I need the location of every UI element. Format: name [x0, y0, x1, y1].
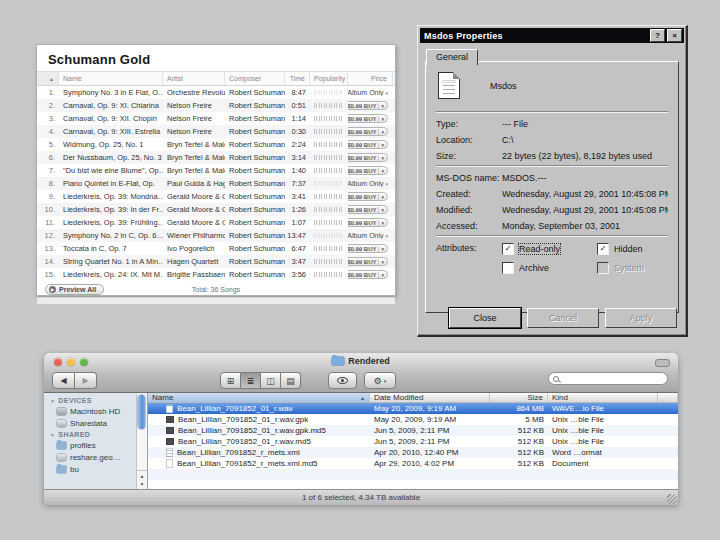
track-row[interactable]: 13.Toccata in C, Op. 7Ivo PogorelichRobe…: [37, 242, 395, 255]
sidebar-item-macintosh-hd[interactable]: Macintosh HD: [44, 405, 147, 417]
buy-button[interactable]: $0.99 BUY▾: [348, 270, 388, 279]
help-icon[interactable]: ?: [650, 29, 665, 42]
popularity-bar-icon: [314, 168, 342, 173]
sidebar-item-label: Sharedata: [70, 419, 132, 428]
file-row[interactable]: Bean_Lillian_7091852_01_r.wav.gpk.md5Jun…: [148, 425, 678, 436]
back-button[interactable]: ◀: [52, 372, 75, 389]
column-header-composer[interactable]: Composer: [225, 72, 285, 85]
buy-button[interactable]: $0.99 BUY▾: [348, 140, 388, 149]
track-price: Album Only ▾: [348, 180, 393, 187]
finder-titlebar[interactable]: Rendered ◀ ▶ ⊞ ≣ ◫ ▤ ⚙ ▾: [44, 353, 678, 393]
tab-general[interactable]: General: [426, 49, 478, 65]
attribute-checkbox-item[interactable]: Archive: [502, 262, 597, 274]
read-only-checkbox[interactable]: ✓: [502, 243, 514, 255]
column-header-time[interactable]: Time: [285, 72, 310, 85]
track-row[interactable]: 3.Carnaval, Op. 9: XII. ChopinNelson Fre…: [37, 112, 395, 125]
track-row[interactable]: 8.Piano Quintet in E-Flat, Op.Paul Gulda…: [37, 177, 395, 190]
scrollbar-thumb[interactable]: [138, 395, 145, 429]
sidebar-item-profiles[interactable]: profiles: [44, 439, 147, 451]
view-icons-button[interactable]: ⊞: [220, 372, 241, 389]
column-header-date-modified[interactable]: Date Modified: [370, 393, 490, 402]
buy-button[interactable]: $0.99 BUY▾: [348, 114, 388, 123]
track-row[interactable]: 1.Symphony No. 3 in E Flat, O…Orchestre …: [37, 86, 395, 99]
track-row[interactable]: 11.Liederkreis, Op. 39: Frühling…Gerald …: [37, 216, 395, 229]
view-columns-button[interactable]: ◫: [261, 372, 281, 389]
track-time: 7:37: [285, 179, 310, 188]
close-button[interactable]: Close: [449, 308, 521, 328]
itunes-footer: ▶ Preview All Total: 36 Songs: [37, 281, 395, 297]
track-popularity: [310, 90, 348, 95]
track-time: 13:47: [285, 231, 310, 240]
file-row[interactable]: Bean_Lillian_7091852_01_r.wavMay 20, 200…: [148, 403, 678, 414]
track-popularity: [310, 259, 348, 264]
attribute-checkbox-item[interactable]: ✓Read-only: [502, 243, 597, 255]
buy-button[interactable]: $0.99 BUY▾: [348, 153, 388, 162]
attribute-checkbox-item[interactable]: System: [597, 262, 668, 274]
file-name: Msdos: [490, 81, 517, 91]
file-name-text: Bean_Lillian_7091852_r_mets.xml: [177, 448, 300, 457]
sidebar-scrollbar[interactable]: ▲▼: [136, 393, 147, 489]
attribute-label: Read-only: [519, 244, 560, 254]
close-icon[interactable]: ×: [667, 29, 682, 42]
toolbar-toggle-button[interactable]: [655, 359, 670, 367]
file-row[interactable]: Bean_Lillian_7091852_01_r.wav.gpkMay 20,…: [148, 414, 678, 425]
track-time: 1:07: [285, 218, 310, 227]
file-row[interactable]: Bean_Lillian_7091852_r_mets.xmlApr 20, 2…: [148, 447, 678, 458]
action-button[interactable]: ⚙ ▾: [364, 372, 396, 389]
forward-button[interactable]: ▶: [75, 372, 97, 389]
track-row[interactable]: 14.String Quartet No. 1 in A Min…Hagen Q…: [37, 255, 395, 268]
column-header-size[interactable]: Size: [490, 393, 548, 402]
track-row[interactable]: 5.Widmung, Op. 25, No. 1Bryn Terfel & Ma…: [37, 138, 395, 151]
chevron-down-icon: ▾: [378, 142, 384, 148]
divider: [436, 235, 668, 237]
disclosure-triangle-icon[interactable]: ▼: [50, 432, 55, 438]
buy-button[interactable]: $0.99 BUY▾: [348, 244, 388, 253]
file-type-icon: [166, 438, 174, 445]
scrollbar-arrows[interactable]: ▲▼: [137, 470, 147, 489]
view-list-button[interactable]: ≣: [241, 372, 261, 389]
column-header-name[interactable]: Name▲: [148, 393, 370, 402]
file-name: Bean_Lillian_7091852_01_r.wav.md5: [148, 437, 370, 446]
file-row[interactable]: Bean_Lillian_7091852_r_mets.xml.md5Apr 2…: [148, 458, 678, 469]
track-row[interactable]: 10.Liederkreis, Op. 39: In der Fr…Gerald…: [37, 203, 395, 216]
buy-button[interactable]: $0.99 BUY▾: [348, 166, 388, 175]
quick-look-button[interactable]: [328, 372, 357, 389]
column-header-price[interactable]: Price: [348, 72, 393, 85]
buy-button[interactable]: $0.99 BUY▾: [348, 101, 388, 110]
column-header-name[interactable]: Name: [59, 72, 163, 85]
sidebar-item-bu[interactable]: bu: [44, 463, 147, 475]
attribute-checkbox-item[interactable]: ✓Hidden: [597, 243, 668, 255]
file-name: Bean_Lillian_7091852_r_mets.xml.md5: [148, 459, 370, 468]
sidebar-item-sharedata[interactable]: Sharedata: [44, 417, 147, 429]
file-type-icon: [166, 416, 174, 423]
column-header-kind[interactable]: Kind: [548, 393, 658, 402]
search-input[interactable]: [559, 374, 663, 384]
track-row[interactable]: 6.Der Nussbaum, Op. 25, No. 3Bryn Terfel…: [37, 151, 395, 164]
hidden-checkbox[interactable]: ✓: [597, 243, 609, 255]
sort-column-header[interactable]: ▲: [37, 72, 59, 85]
buy-button[interactable]: $0.99 BUY▾: [348, 127, 388, 136]
gear-icon: ⚙: [374, 376, 382, 386]
disclosure-triangle-icon[interactable]: ▼: [50, 398, 55, 404]
buy-button[interactable]: $0.99 BUY▾: [348, 205, 388, 214]
track-row[interactable]: 15.Liederkreis, Op. 24: IX. Mit M…Brigit…: [37, 268, 395, 281]
buy-button[interactable]: $0.99 BUY▾: [348, 218, 388, 227]
track-row[interactable]: 4.Carnaval, Op. 9: XIII. EstrellaNelson …: [37, 125, 395, 138]
track-row[interactable]: 2.Carnaval, Op. 9: XI. ChiarinaNelson Fr…: [37, 99, 395, 112]
track-row[interactable]: 7."Du bist wie eine Blume", Op…Bryn Terf…: [37, 164, 395, 177]
view-coverflow-button[interactable]: ▤: [281, 372, 301, 389]
resize-grip-icon[interactable]: [667, 494, 677, 504]
archive-checkbox[interactable]: [502, 262, 514, 274]
track-row[interactable]: 12.Symphony No. 2 in C, Op. 6…Wiener Phi…: [37, 229, 395, 242]
column-header-popularity[interactable]: Popularity: [310, 72, 348, 85]
column-header-artist[interactable]: Artist: [163, 72, 225, 85]
buy-price-label: $0.99 BUY: [348, 116, 376, 122]
sidebar-item-reshare-geo-[interactable]: reshare.geo…: [44, 451, 147, 463]
scroll-up-icon[interactable]: ▲: [140, 472, 145, 480]
buy-button[interactable]: $0.99 BUY▾: [348, 192, 388, 201]
track-row[interactable]: 9.Liederkreis, Op. 39: Mondna…Gerald Moo…: [37, 190, 395, 203]
buy-button[interactable]: $0.99 BUY▾: [348, 257, 388, 266]
file-row[interactable]: Bean_Lillian_7091852_01_r.wav.md5Jun 5, …: [148, 436, 678, 447]
dialog-titlebar[interactable]: Msdos Properties ? ×: [420, 28, 684, 43]
scroll-down-icon[interactable]: ▼: [140, 480, 145, 488]
